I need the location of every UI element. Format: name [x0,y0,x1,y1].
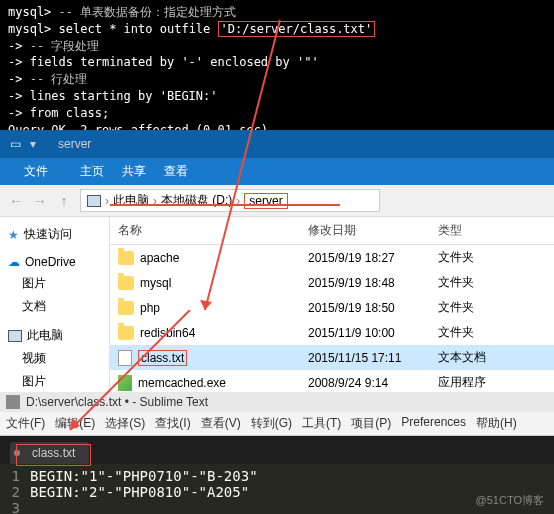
sidebar-onedrive[interactable]: ☁OneDrive [4,252,105,272]
watermark: @51CTO博客 [476,493,544,508]
annotation-arrow [130,20,330,320]
sidebar-pictures[interactable]: 图片 [4,272,105,295]
sidebar-quick-access[interactable]: ★快速访问 [4,223,105,246]
annotation-arrow [100,200,350,210]
svg-marker-1 [200,300,212,310]
pc-icon [87,195,101,207]
back-arrow-icon[interactable]: ← [8,193,24,209]
tab-file[interactable]: 文件 [10,159,62,184]
menu-home[interactable]: 主页 [80,163,104,180]
svg-marker-4 [70,418,80,430]
star-icon: ★ [8,228,19,242]
svg-line-3 [70,310,190,430]
sublime-icon [6,395,20,409]
sublime-tab[interactable]: class.txt [10,442,89,464]
editor-body[interactable]: 1BEGIN:"1"-"PHP0710"-"B-203" 2BEGIN:"2"-… [0,464,554,514]
svg-line-0 [205,20,280,310]
explorer-icon: ▭ [0,137,30,151]
unsaved-dot-icon [14,450,20,456]
cloud-icon: ☁ [8,255,20,269]
annotation-arrow [60,310,210,440]
up-arrow-icon[interactable]: ↑ [56,193,72,209]
forward-arrow-icon[interactable]: → [32,193,48,209]
col-type[interactable]: 类型 [430,217,510,244]
pc-icon [8,330,22,342]
